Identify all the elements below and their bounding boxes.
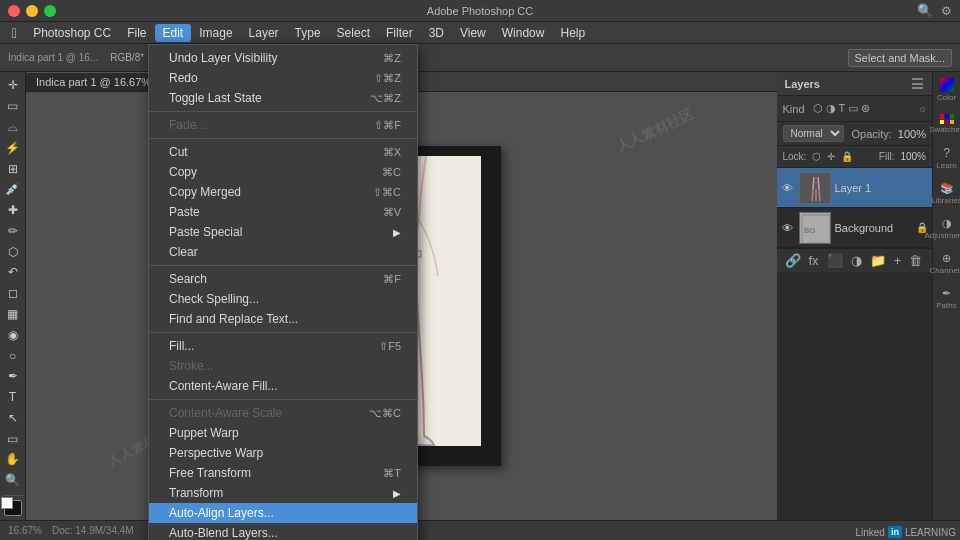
menu-toggle-last-state[interactable]: Toggle Last State ⌥⌘Z [149, 88, 417, 108]
layers-menu-icon[interactable]: ☰ [911, 76, 924, 92]
gradient-tool[interactable]: ▦ [2, 305, 24, 324]
filter-type-icon[interactable]: T [839, 102, 846, 115]
notification-icon[interactable]: ⚙ [941, 4, 952, 18]
title-bar: Adobe Photoshop CC 🔍 ⚙ [0, 0, 960, 22]
menu-cut[interactable]: Cut ⌘X [149, 142, 417, 162]
paths-panel-btn[interactable]: ✒ Paths [935, 285, 959, 312]
learning-text: LEARNING [905, 527, 956, 538]
menu-content-aware-fill[interactable]: Content-Aware Fill... [149, 376, 417, 396]
layer-link-btn[interactable]: 🔗 [783, 253, 803, 268]
sep-1 [149, 111, 417, 112]
shape-tool[interactable]: ▭ [2, 429, 24, 448]
menu-search[interactable]: Search ⌘F [149, 269, 417, 289]
layer-delete-btn[interactable]: 🗑 [907, 253, 924, 268]
eyedropper-tool[interactable]: 💉 [2, 180, 24, 199]
learn-panel-btn[interactable]: ? Learn [935, 144, 959, 172]
menu-paste-special[interactable]: Paste Special ▶ [149, 222, 417, 242]
menu-item-layer[interactable]: Layer [241, 24, 287, 42]
marquee-tool[interactable]: ▭ [2, 97, 24, 116]
eraser-tool[interactable]: ◻ [2, 284, 24, 303]
menu-paste[interactable]: Paste ⌘V [149, 202, 417, 222]
adjustments-panel-btn[interactable]: ◑ Adjustments [935, 215, 959, 242]
layer-row-background[interactable]: 👁 BG Background 🔒 [777, 208, 933, 248]
stamp-tool[interactable]: ⬡ [2, 242, 24, 261]
menu-item-filter[interactable]: Filter [378, 24, 421, 42]
menu-fill[interactable]: Fill... ⇧F5 [149, 336, 417, 356]
channels-panel-btn[interactable]: ⊕ Channels [935, 250, 959, 277]
layer-group-btn[interactable]: 📁 [868, 253, 888, 268]
sep-2 [149, 138, 417, 139]
menu-item-image[interactable]: Image [191, 24, 240, 42]
menu-check-spelling[interactable]: Check Spelling... [149, 289, 417, 309]
path-select-tool[interactable]: ↖ [2, 409, 24, 428]
menu-copy[interactable]: Copy ⌘C [149, 162, 417, 182]
layer-fx-btn[interactable]: fx [807, 253, 821, 268]
dodge-tool[interactable]: ○ [2, 346, 24, 365]
menu-find-replace[interactable]: Find and Replace Text... [149, 309, 417, 329]
layer-row-layer1[interactable]: 👁 Layer 1 [777, 168, 933, 208]
minimize-button[interactable] [26, 5, 38, 17]
menu-undo[interactable]: Undo Layer Visibility ⌘Z [149, 48, 417, 68]
menu-item-apple[interactable]:  [4, 23, 25, 43]
menu-fade[interactable]: Fade... ⇧⌘F [149, 115, 417, 135]
libraries-panel-btn[interactable]: 📚 Libraries [935, 180, 959, 207]
move-tool[interactable]: ✛ [2, 76, 24, 95]
layer-mask-btn[interactable]: ⬛ [825, 253, 845, 268]
hand-tool[interactable]: ✋ [2, 450, 24, 469]
brush-tool[interactable]: ✏ [2, 221, 24, 240]
menu-item-view[interactable]: View [452, 24, 494, 42]
menu-item-help[interactable]: Help [552, 24, 593, 42]
menu-transform[interactable]: Transform ▶ [149, 483, 417, 503]
filter-adj-icon[interactable]: ◑ [826, 102, 836, 115]
menu-auto-align[interactable]: Auto-Align Layers... [149, 503, 417, 523]
menu-item-select[interactable]: Select [329, 24, 378, 42]
menu-item-type[interactable]: Type [287, 24, 329, 42]
foreground-color[interactable] [4, 500, 22, 516]
menu-item-ps[interactable]: Photoshop CC [25, 24, 119, 42]
layer-adj-btn[interactable]: ◑ [849, 253, 864, 268]
blend-mode-select[interactable]: Normal [783, 125, 844, 142]
lock-bar: Lock: ⬡ ✛ 🔒 Fill: 100% [777, 146, 933, 168]
pen-tool[interactable]: ✒ [2, 367, 24, 386]
search-icon[interactable]: 🔍 [917, 3, 933, 18]
text-tool[interactable]: T [2, 388, 24, 407]
menu-redo[interactable]: Redo ⇧⌘Z [149, 68, 417, 88]
layers-filter-bar: Kind ⬡ ◑ T ▭ ⊛ ○ [777, 96, 933, 122]
menu-puppet-warp[interactable]: Puppet Warp [149, 423, 417, 443]
quick-select-tool[interactable]: ⚡ [2, 138, 24, 157]
heal-tool[interactable]: ✚ [2, 201, 24, 220]
maximize-button[interactable] [44, 5, 56, 17]
lock-all-icon[interactable]: 🔒 [841, 151, 853, 162]
lock-pixels-icon[interactable]: ⬡ [812, 151, 821, 162]
close-button[interactable] [8, 5, 20, 17]
layer-new-btn[interactable]: + [892, 253, 904, 268]
menu-free-transform[interactable]: Free Transform ⌘T [149, 463, 417, 483]
filter-smart-icon[interactable]: ⊛ [861, 102, 870, 115]
menu-clear[interactable]: Clear [149, 242, 417, 262]
menu-auto-blend[interactable]: Auto-Blend Layers... [149, 523, 417, 540]
history-brush-tool[interactable]: ↶ [2, 263, 24, 282]
menu-stroke[interactable]: Stroke... [149, 356, 417, 376]
menu-copy-merged[interactable]: Copy Merged ⇧⌘C [149, 182, 417, 202]
color-panel-btn[interactable]: Color [935, 76, 959, 104]
layer1-visibility[interactable]: 👁 [781, 181, 795, 195]
filter-pixel-icon[interactable]: ⬡ [813, 102, 823, 115]
layers-options-bar: Normal Opacity: 100% [777, 122, 933, 146]
menu-perspective-warp[interactable]: Perspective Warp [149, 443, 417, 463]
filter-toggle[interactable]: ○ [919, 103, 926, 115]
menu-item-file[interactable]: File [119, 24, 154, 42]
zoom-tool[interactable]: 🔍 [2, 471, 24, 490]
kind-label: Kind [783, 103, 805, 115]
filter-shape-icon[interactable]: ▭ [848, 102, 858, 115]
blur-tool[interactable]: ◉ [2, 325, 24, 344]
swatches-panel-btn[interactable]: Swatches [935, 112, 959, 136]
menu-item-window[interactable]: Window [494, 24, 553, 42]
crop-tool[interactable]: ⊞ [2, 159, 24, 178]
menu-item-edit[interactable]: Edit [155, 24, 192, 42]
menu-item-3d[interactable]: 3D [421, 24, 452, 42]
lasso-tool[interactable]: ⌓ [2, 118, 24, 137]
lock-position-icon[interactable]: ✛ [827, 151, 835, 162]
background-visibility[interactable]: 👁 [781, 221, 795, 235]
select-mask-button[interactable]: Select and Mask... [848, 49, 953, 67]
menu-content-scale[interactable]: Content-Aware Scale ⌥⌘C [149, 403, 417, 423]
